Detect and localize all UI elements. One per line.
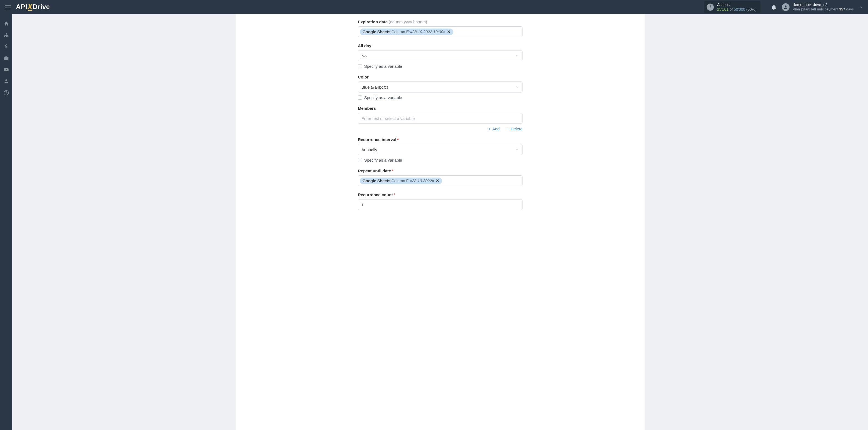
logo[interactable]: APIXDrive bbox=[16, 3, 50, 11]
user-menu-chevron-icon[interactable] bbox=[859, 5, 863, 9]
sidebar-help-icon[interactable] bbox=[0, 87, 12, 98]
members-add-button[interactable]: Add bbox=[487, 126, 500, 131]
topbar: APIXDrive i Actions: 25'161 of 50'000 (5… bbox=[0, 0, 868, 14]
recurrence-specify-variable[interactable]: Specify as a variable bbox=[358, 158, 523, 162]
svg-point-0 bbox=[785, 5, 786, 7]
repeat-until-input[interactable]: Google Sheets | Column F: «28.10.2022» ✕ bbox=[358, 175, 523, 186]
recurrence-count-input[interactable] bbox=[358, 199, 523, 210]
remove-token-icon[interactable]: ✕ bbox=[447, 30, 451, 34]
allday-specify-checkbox[interactable] bbox=[358, 64, 362, 68]
logo-api: API bbox=[16, 3, 27, 11]
sidebar-briefcase-icon[interactable] bbox=[0, 53, 12, 64]
field-recurrence-interval: Recurrence interval* Annually Specify as… bbox=[358, 137, 523, 162]
chevron-down-icon bbox=[516, 148, 519, 151]
info-icon: i bbox=[707, 4, 714, 11]
user-info[interactable]: demo_apix-drive_s2 Plan |Start| left unt… bbox=[793, 2, 854, 11]
recurrence-specify-checkbox[interactable] bbox=[358, 158, 362, 162]
svg-point-8 bbox=[5, 79, 7, 81]
color-specify-checkbox[interactable] bbox=[358, 95, 362, 100]
svg-point-10 bbox=[6, 94, 7, 94]
actions-pct: (50%) bbox=[746, 7, 756, 11]
logo-x: X bbox=[28, 4, 33, 11]
sidebar-video-icon[interactable] bbox=[0, 64, 12, 75]
required-icon: * bbox=[392, 168, 394, 173]
logo-drive: Drive bbox=[33, 3, 50, 11]
color-specify-variable[interactable]: Specify as a variable bbox=[358, 95, 523, 100]
field-recurrence-count: Recurrence count* bbox=[358, 192, 523, 210]
color-select[interactable]: Blue (#a4bdfc) bbox=[358, 82, 523, 92]
recurrence-interval-select[interactable]: Annually bbox=[358, 144, 523, 155]
members-delete-button[interactable]: Delete bbox=[506, 126, 523, 131]
form-card: Expiration date (dd.mm.yyyy hh:mm) Googl… bbox=[236, 14, 645, 430]
svg-rect-3 bbox=[6, 36, 7, 37]
days-left: 357 bbox=[839, 7, 845, 11]
remove-token-icon[interactable]: ✕ bbox=[436, 179, 439, 183]
svg-rect-2 bbox=[4, 36, 5, 37]
sidebar bbox=[0, 14, 12, 430]
sidebar-profile-icon[interactable] bbox=[0, 75, 12, 87]
actions-label: Actions: bbox=[717, 2, 756, 7]
actions-used: 25'161 bbox=[717, 7, 728, 11]
user-name: demo_apix-drive_s2 bbox=[793, 2, 854, 7]
sidebar-home-icon[interactable] bbox=[0, 18, 12, 29]
svg-rect-5 bbox=[4, 57, 8, 60]
allday-specify-variable[interactable]: Specify as a variable bbox=[358, 64, 523, 69]
svg-rect-1 bbox=[6, 33, 7, 34]
actions-counter[interactable]: i Actions: 25'161 of 50'000 (50%) bbox=[704, 1, 761, 13]
required-icon: * bbox=[394, 192, 396, 197]
field-repeat-until: Repeat until date* Google Sheets | Colum… bbox=[358, 168, 523, 186]
actions-total: 50'000 bbox=[734, 7, 745, 11]
sidebar-connections-icon[interactable] bbox=[0, 29, 12, 41]
minus-icon bbox=[506, 127, 509, 131]
svg-rect-4 bbox=[7, 36, 8, 37]
field-color: Color Blue (#a4bdfc) Specify as a variab… bbox=[358, 74, 523, 100]
user-avatar-icon[interactable] bbox=[782, 3, 789, 11]
required-icon: * bbox=[397, 137, 399, 142]
field-all-day: All day No Specify as a variable bbox=[358, 43, 523, 69]
menu-toggle[interactable] bbox=[5, 5, 11, 9]
expiration-token[interactable]: Google Sheets | Column E: «28.10.2022 19… bbox=[360, 29, 453, 35]
all-day-select[interactable]: No bbox=[358, 50, 523, 61]
repeat-until-token[interactable]: Google Sheets | Column F: «28.10.2022» ✕ bbox=[360, 178, 442, 184]
plus-icon bbox=[487, 127, 491, 131]
expiration-date-input[interactable]: Google Sheets | Column E: «28.10.2022 19… bbox=[358, 26, 523, 37]
members-input[interactable] bbox=[358, 113, 523, 124]
chevron-down-icon bbox=[516, 85, 519, 89]
chevron-down-icon bbox=[516, 54, 519, 57]
field-expiration-date: Expiration date (dd.mm.yyyy hh:mm) Googl… bbox=[358, 20, 523, 37]
field-members: Members Add Delete bbox=[358, 106, 523, 131]
sidebar-billing-icon[interactable] bbox=[0, 41, 12, 53]
notifications-icon[interactable] bbox=[771, 4, 776, 10]
